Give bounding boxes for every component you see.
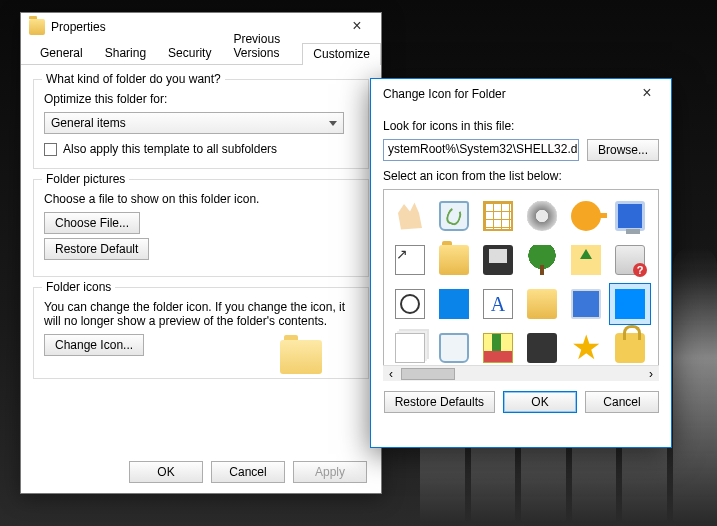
floppy-icon	[483, 245, 513, 275]
properties-tabs: GeneralSharingSecurityPrevious VersionsC…	[21, 41, 381, 65]
disc-icon	[527, 201, 557, 231]
cancel-button[interactable]: Cancel	[211, 461, 285, 483]
hand-icon[interactable]	[390, 196, 430, 236]
font-icon[interactable]	[478, 284, 518, 324]
font-icon	[483, 289, 513, 319]
icons-hint: You can change the folder icon. If you c…	[44, 300, 358, 328]
folder-icon	[439, 245, 469, 275]
icon-list-scrollbar[interactable]: ‹ ›	[383, 365, 659, 381]
close-icon[interactable]: ×	[335, 13, 379, 41]
ok-button[interactable]: OK	[129, 461, 203, 483]
folder-up-icon	[571, 245, 601, 275]
change-icon-title: Change Icon for Folder	[379, 87, 625, 101]
recycle-bin-full-icon	[439, 201, 469, 231]
floppy-icon[interactable]	[478, 240, 518, 280]
icons-legend: Folder icons	[42, 280, 115, 294]
recycle-bin-empty-icon[interactable]	[434, 328, 474, 368]
folder-up-icon[interactable]	[566, 240, 606, 280]
key-icon	[571, 201, 601, 231]
ok-button[interactable]: OK	[503, 391, 577, 413]
monitor-icon[interactable]	[610, 196, 650, 236]
folder-icon	[29, 19, 45, 35]
checkbox-box	[44, 143, 57, 156]
change-icon-button[interactable]: Change Icon...	[44, 334, 144, 356]
scroll-thumb[interactable]	[401, 368, 455, 380]
folder-open-icon	[527, 289, 557, 319]
monitor-icon	[615, 201, 645, 231]
group-kind: What kind of folder do you want? Optimiz…	[33, 79, 369, 169]
change-icon-titlebar[interactable]: Change Icon for Folder ×	[371, 79, 671, 109]
hand-icon	[395, 201, 425, 231]
grid-icon[interactable]	[478, 196, 518, 236]
change-icon-dialog: Change Icon for Folder × Look for icons …	[370, 78, 672, 448]
tab-security[interactable]: Security	[157, 42, 222, 64]
device-dark-icon	[527, 333, 557, 363]
computer-icon	[571, 289, 601, 319]
lock-icon[interactable]	[610, 328, 650, 368]
tab-customize[interactable]: Customize	[302, 43, 381, 65]
change-icon-footer: Restore Defaults OK Cancel	[371, 381, 671, 423]
cancel-button[interactable]: Cancel	[585, 391, 659, 413]
tree-icon	[527, 245, 557, 275]
look-label: Look for icons in this file:	[383, 119, 659, 133]
scroll-left-icon[interactable]: ‹	[383, 366, 399, 382]
close-icon[interactable]: ×	[625, 80, 669, 108]
desktop-blue-icon	[439, 289, 469, 319]
shortcut-overlay-icon	[395, 245, 425, 275]
grid-icon	[483, 201, 513, 231]
blocked-icon	[395, 289, 425, 319]
properties-titlebar[interactable]: Properties ×	[21, 13, 381, 41]
chevron-down-icon	[329, 121, 337, 126]
star-icon	[571, 333, 601, 363]
change-icon-body: Look for icons in this file: ystemRoot%\…	[371, 109, 671, 381]
drive-help-icon	[615, 245, 645, 275]
group-pictures: Folder pictures Choose a file to show on…	[33, 179, 369, 277]
desktop-blue-icon[interactable]	[434, 284, 474, 324]
scroll-track[interactable]	[399, 366, 643, 382]
chart-icon	[483, 333, 513, 363]
solid-blue-icon[interactable]	[610, 284, 650, 324]
optimize-label: Optimize this folder for:	[44, 92, 358, 106]
tab-general[interactable]: General	[29, 42, 94, 64]
icon-path-input[interactable]: ystemRoot%\System32\SHELL32.dll	[383, 139, 579, 161]
star-icon[interactable]	[566, 328, 606, 368]
lock-icon	[615, 333, 645, 363]
shortcut-overlay-icon[interactable]	[390, 240, 430, 280]
recycle-bin-empty-icon	[439, 333, 469, 363]
tree-icon[interactable]	[522, 240, 562, 280]
folder-icon[interactable]	[434, 240, 474, 280]
folder-open-icon[interactable]	[522, 284, 562, 324]
device-dark-icon[interactable]	[522, 328, 562, 368]
kind-legend: What kind of folder do you want?	[42, 72, 225, 86]
disc-icon[interactable]	[522, 196, 562, 236]
pictures-hint: Choose a file to show on this folder ico…	[44, 192, 358, 206]
folder-preview-icon	[280, 340, 322, 374]
browse-button[interactable]: Browse...	[587, 139, 659, 161]
restore-default-button[interactable]: Restore Default	[44, 238, 149, 260]
drive-help-icon[interactable]	[610, 240, 650, 280]
select-label: Select an icon from the list below:	[383, 169, 659, 183]
restore-defaults-button[interactable]: Restore Defaults	[384, 391, 495, 413]
optimize-select[interactable]: General items	[44, 112, 344, 134]
properties-footer: OK Cancel Apply	[129, 461, 367, 483]
solid-blue-icon	[615, 289, 645, 319]
recycle-bin-full-icon[interactable]	[434, 196, 474, 236]
group-icons: Folder icons You can change the folder i…	[33, 287, 369, 379]
subfolders-checkbox[interactable]: Also apply this template to all subfolde…	[44, 142, 358, 156]
documents-icon	[395, 333, 425, 363]
properties-window: Properties × GeneralSharingSecurityPrevi…	[20, 12, 382, 494]
apply-button[interactable]: Apply	[293, 461, 367, 483]
blocked-icon[interactable]	[390, 284, 430, 324]
icon-list[interactable]	[383, 189, 659, 381]
scroll-right-icon[interactable]: ›	[643, 366, 659, 382]
key-icon[interactable]	[566, 196, 606, 236]
chart-icon[interactable]	[478, 328, 518, 368]
subfolders-label: Also apply this template to all subfolde…	[63, 142, 277, 156]
properties-body: What kind of folder do you want? Optimiz…	[21, 65, 381, 399]
choose-file-button[interactable]: Choose File...	[44, 212, 140, 234]
documents-icon[interactable]	[390, 328, 430, 368]
tab-previous-versions[interactable]: Previous Versions	[222, 28, 302, 64]
tab-sharing[interactable]: Sharing	[94, 42, 157, 64]
computer-icon[interactable]	[566, 284, 606, 324]
pictures-legend: Folder pictures	[42, 172, 129, 186]
